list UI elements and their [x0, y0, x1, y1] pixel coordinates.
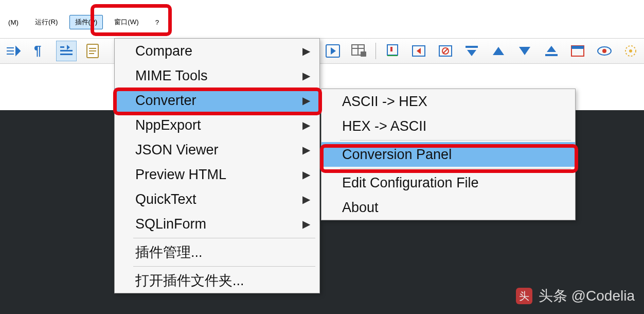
collapse-icon[interactable]	[461, 41, 482, 61]
play-right-icon[interactable]	[323, 41, 343, 61]
submenu-arrow-icon: ▶	[302, 45, 310, 57]
svg-rect-20	[571, 46, 584, 49]
submenu-hex-to-ascii[interactable]: HEX -> ASCII	[321, 114, 575, 138]
plugins-dropdown: Compare ▶ MIME Tools ▶ Converter ▶ NppEx…	[114, 38, 320, 293]
menu-label: JSON Viewer	[135, 142, 219, 158]
misc-icon[interactable]	[621, 41, 641, 61]
linkify-icon[interactable]	[3, 41, 24, 61]
panel-icon[interactable]	[568, 41, 588, 61]
menu-item-run[interactable]: 运行(R)	[30, 15, 63, 29]
marker-icon[interactable]	[382, 41, 403, 61]
menu-mime-tools[interactable]: MIME Tools ▶	[115, 63, 319, 88]
menu-label: ASCII -> HEX	[342, 94, 427, 110]
menu-item-window[interactable]: 窗口(W)	[109, 15, 144, 29]
svg-rect-11	[390, 47, 392, 51]
up-icon[interactable]	[488, 41, 509, 61]
menu-label: 插件管理...	[135, 243, 203, 261]
menu-label: Preview HTML	[135, 167, 226, 183]
svg-text:¶: ¶	[34, 44, 41, 58]
submenu-arrow-icon: ▶	[302, 119, 310, 131]
svg-rect-2	[60, 50, 73, 51]
submenu-arrow-icon: ▶	[302, 218, 310, 230]
toolbar: ¶	[0, 38, 644, 64]
script-icon[interactable]	[83, 41, 103, 61]
menu-item-plugins[interactable]: 插件(P)	[69, 15, 103, 29]
eye-icon[interactable]	[594, 41, 615, 61]
menu-label: Converter	[135, 93, 196, 109]
menu-item-m[interactable]: (M)	[3, 16, 24, 28]
menu-label: MIME Tools	[135, 68, 208, 84]
menu-label: QuickText	[135, 191, 196, 207]
submenu-conversion-panel[interactable]: Conversion Panel	[321, 142, 575, 167]
indent-icon[interactable]	[56, 41, 77, 61]
submenu-ascii-to-hex[interactable]: ASCII -> HEX	[321, 89, 575, 114]
submenu-arrow-icon: ▶	[302, 168, 310, 181]
submenu-about[interactable]: About	[321, 195, 575, 220]
menubar: (M) 运行(R) 插件(P) 窗口(W) ?	[0, 9, 167, 35]
submenu-arrow-icon: ▶	[302, 94, 310, 107]
menu-separator	[340, 168, 571, 169]
menu-sqlinform[interactable]: SQLinForm ▶	[115, 212, 319, 236]
color-prev-icon[interactable]	[408, 41, 429, 61]
menu-label: Edit Configuration File	[342, 175, 479, 191]
svg-rect-9	[361, 51, 366, 57]
submenu-arrow-icon: ▶	[302, 69, 310, 82]
submenu-arrow-icon: ▶	[302, 193, 310, 205]
watermark-icon: 头	[516, 288, 532, 304]
svg-rect-18	[545, 54, 558, 56]
toolbar-separator	[375, 43, 376, 59]
color-delete-icon[interactable]	[435, 41, 456, 61]
menu-quicktext[interactable]: QuickText ▶	[115, 187, 319, 212]
menu-item-help[interactable]: ?	[150, 16, 164, 28]
down-icon[interactable]	[515, 41, 535, 61]
paragraph-icon[interactable]: ¶	[30, 41, 50, 61]
svg-rect-1	[60, 46, 64, 48]
submenu-edit-config[interactable]: Edit Configuration File	[321, 170, 575, 195]
menu-label: Conversion Panel	[342, 147, 452, 163]
svg-rect-12	[387, 55, 398, 56]
svg-rect-3	[60, 54, 73, 55]
menu-separator	[133, 238, 315, 238]
menu-json-viewer[interactable]: JSON Viewer ▶	[115, 137, 319, 162]
menu-plugin-admin[interactable]: 插件管理...	[115, 240, 319, 265]
menu-open-plugin-folder[interactable]: 打开插件文件夹...	[115, 268, 319, 293]
converter-submenu: ASCII -> HEX HEX -> ASCII Conversion Pan…	[321, 89, 576, 220]
menu-label: About	[342, 200, 379, 216]
svg-rect-17	[466, 46, 478, 48]
menu-label: HEX -> ASCII	[342, 118, 426, 134]
svg-point-24	[629, 49, 632, 53]
menu-compare[interactable]: Compare ▶	[115, 39, 319, 63]
menu-separator	[340, 140, 571, 141]
watermark-text: 头条 @Codelia	[539, 286, 635, 306]
menu-nppexport[interactable]: NppExport ▶	[115, 113, 319, 137]
menu-preview-html[interactable]: Preview HTML ▶	[115, 162, 319, 187]
menu-label: Compare	[135, 43, 192, 59]
svg-line-16	[443, 48, 448, 54]
submenu-arrow-icon: ▶	[302, 144, 310, 156]
svg-point-22	[602, 49, 606, 53]
watermark: 头 头条 @Codelia	[516, 286, 635, 306]
collapse-bottom-icon[interactable]	[541, 41, 562, 61]
menu-separator	[133, 266, 315, 267]
menu-converter[interactable]: Converter ▶	[115, 88, 319, 113]
table-lock-icon[interactable]	[349, 41, 369, 61]
menu-label: NppExport	[135, 117, 201, 133]
menu-label: SQLinForm	[135, 216, 206, 232]
menu-label: 打开插件文件夹...	[135, 271, 244, 290]
